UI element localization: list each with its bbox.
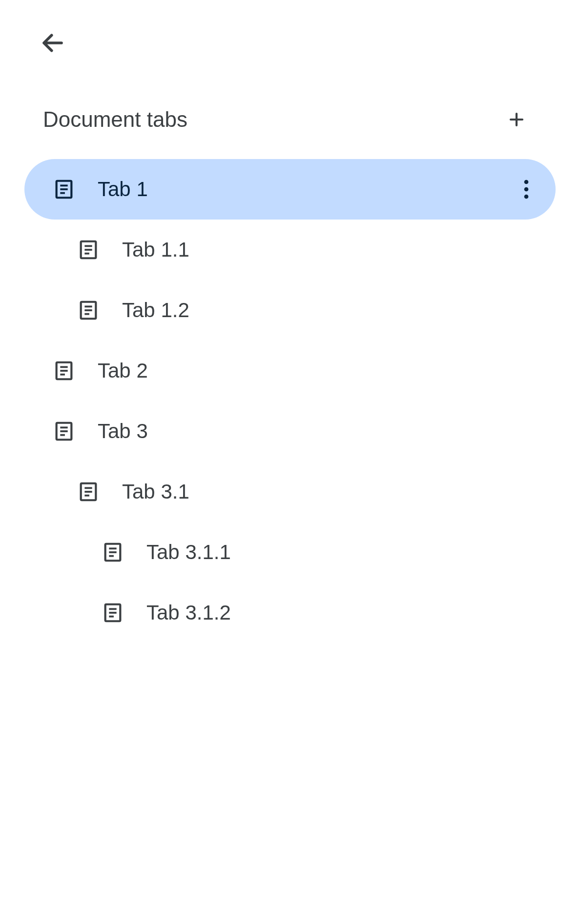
document-icon xyxy=(101,540,125,564)
tab-label: Tab 1 xyxy=(98,178,148,201)
add-tab-button[interactable] xyxy=(505,108,528,131)
tab-item-tab-1-2[interactable]: Tab 1.2 xyxy=(24,280,556,341)
arrow-back-icon xyxy=(40,30,66,56)
document-icon xyxy=(101,601,125,625)
svg-point-5 xyxy=(524,187,529,192)
tab-label: Tab 3 xyxy=(98,420,148,443)
document-icon xyxy=(76,480,101,504)
document-icon xyxy=(76,238,101,262)
tab-label: Tab 1.2 xyxy=(122,299,189,322)
tab-item-tab-1[interactable]: Tab 1 xyxy=(24,159,556,220)
tab-label: Tab 1.1 xyxy=(122,238,189,261)
svg-point-4 xyxy=(524,180,529,184)
tab-item-tab-3-1-2[interactable]: Tab 3.1.2 xyxy=(24,583,556,643)
header-row: Document tabs xyxy=(43,107,551,132)
tabs-list: Tab 1 Tab 1.1 xyxy=(24,159,556,643)
tab-item-tab-3-1[interactable]: Tab 3.1 xyxy=(24,462,556,522)
tab-label: Tab 3.1.1 xyxy=(146,541,231,564)
document-icon xyxy=(52,359,76,383)
tab-label: Tab 3.1.2 xyxy=(146,601,231,624)
tab-item-tab-3[interactable]: Tab 3 xyxy=(24,401,556,462)
document-icon xyxy=(52,177,76,201)
tab-item-tab-2[interactable]: Tab 2 xyxy=(24,341,556,401)
tab-label: Tab 2 xyxy=(98,359,148,382)
tab-item-tab-1-1[interactable]: Tab 1.1 xyxy=(24,220,556,280)
page-title: Document tabs xyxy=(43,107,187,132)
back-button[interactable] xyxy=(38,28,67,58)
tab-more-button[interactable] xyxy=(515,178,538,201)
document-icon xyxy=(76,298,101,322)
more-vert-icon xyxy=(524,180,529,199)
tab-item-tab-3-1-1[interactable]: Tab 3.1.1 xyxy=(24,522,556,583)
tab-label: Tab 3.1 xyxy=(122,480,189,503)
document-icon xyxy=(52,419,76,443)
plus-icon xyxy=(508,111,525,128)
svg-point-6 xyxy=(524,195,529,199)
